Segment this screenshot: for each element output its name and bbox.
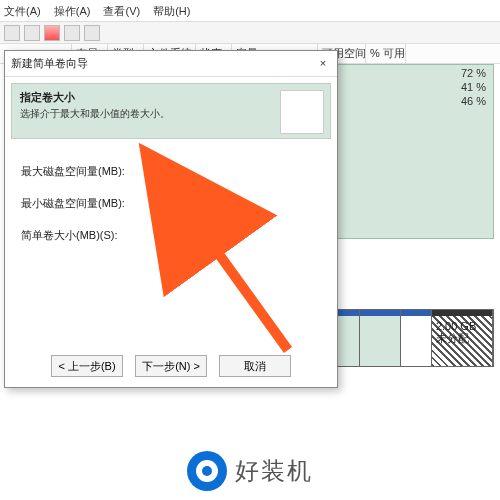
volume-size-input[interactable] (162, 226, 206, 244)
volume-size-spinner[interactable]: ▲ ▼ (161, 225, 220, 245)
dialog-titlebar[interactable]: 新建简单卷向导 × (5, 51, 337, 77)
pct-line-2: 41 % (461, 80, 486, 94)
back-button[interactable]: < 上一步(B) (51, 355, 123, 377)
brand-text: 好装机 (235, 455, 313, 487)
menubar: 文件(A) 操作(A) 查看(V) 帮助(H) (0, 0, 500, 22)
menu-file[interactable]: 文件(A) (4, 5, 41, 17)
close-icon[interactable]: × (315, 56, 331, 72)
pct-line-3: 46 % (461, 94, 486, 108)
disk-chunk-3[interactable] (360, 310, 401, 366)
dialog-title: 新建简单卷向导 (11, 56, 88, 71)
pct-column-values: 72 % 41 % 46 % (461, 66, 486, 108)
disk-chunk-unallocated[interactable]: 2.00 GB 未分配 (432, 310, 493, 366)
max-space-value: 2047 (161, 165, 185, 177)
next-button[interactable]: 下一步(N) > (135, 355, 207, 377)
dialog-banner: 指定卷大小 选择介于最大和最小值的卷大小。 (11, 83, 331, 139)
disk-chunk-label: 2.00 GB 未分配 (436, 320, 476, 344)
spinner-buttons: ▲ ▼ (206, 226, 219, 244)
min-space-value: 8 (161, 197, 167, 209)
tool-icon-1[interactable] (4, 25, 20, 41)
tool-icon-5[interactable] (84, 25, 100, 41)
toolbar (0, 22, 500, 44)
pct-line-1: 72 % (461, 66, 486, 80)
banner-image-placeholder (280, 90, 324, 134)
spinner-down-icon[interactable]: ▼ (207, 235, 219, 244)
row-min-space: 最小磁盘空间量(MB): 8 (21, 191, 321, 215)
tool-icon-2[interactable] (24, 25, 40, 41)
brand-logo-icon (187, 451, 227, 491)
row-max-space: 最大磁盘空间量(MB): 2047 (21, 159, 321, 183)
min-space-label: 最小磁盘空间量(MB): (21, 196, 161, 211)
dialog-button-row: < 上一步(B) 下一步(N) > 取消 (5, 355, 337, 377)
watermark-footer: 好装机 (0, 442, 500, 500)
menu-view[interactable]: 查看(V) (103, 5, 140, 17)
tool-icon-3[interactable] (44, 25, 60, 41)
menu-help[interactable]: 帮助(H) (153, 5, 190, 17)
banner-heading: 指定卷大小 (20, 90, 322, 105)
dialog-body: 最大磁盘空间量(MB): 2047 最小磁盘空间量(MB): 8 简单卷大小(M… (5, 145, 337, 269)
row-volume-size: 简单卷大小(MB)(S): ▲ ▼ (21, 223, 321, 247)
new-simple-volume-wizard: 新建简单卷向导 × 指定卷大小 选择介于最大和最小值的卷大小。 最大磁盘空间量(… (4, 50, 338, 388)
max-space-label: 最大磁盘空间量(MB): (21, 164, 161, 179)
col-pct[interactable]: % 可用 (366, 44, 406, 63)
menu-action[interactable]: 操作(A) (54, 5, 91, 17)
cancel-button[interactable]: 取消 (219, 355, 291, 377)
banner-subtext: 选择介于最大和最小值的卷大小。 (20, 107, 322, 121)
tool-icon-4[interactable] (64, 25, 80, 41)
volume-size-label: 简单卷大小(MB)(S): (21, 228, 161, 243)
disk-chunk-4[interactable] (401, 310, 432, 366)
